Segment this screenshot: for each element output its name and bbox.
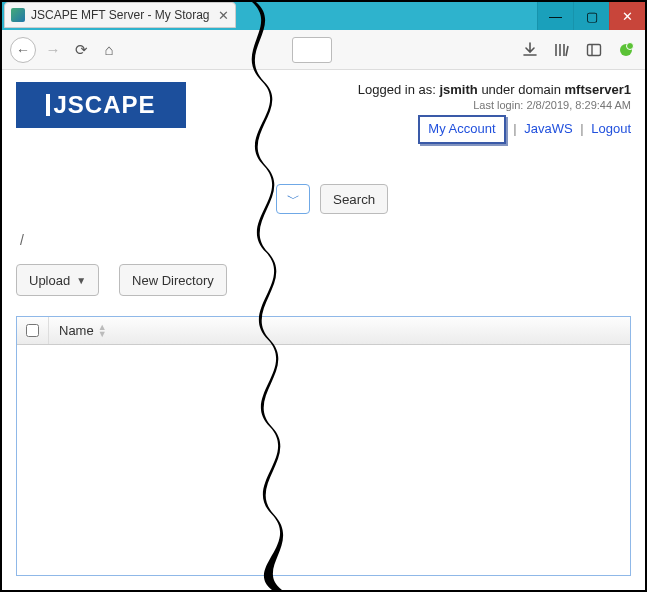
- last-login-line: Last login: 2/8/2019, 8:29:44 AM: [358, 99, 631, 111]
- nav-reload-button[interactable]: ⟳: [70, 39, 92, 61]
- sidebar-icon[interactable]: [583, 39, 605, 61]
- window-minimize-button[interactable]: —: [537, 2, 573, 30]
- logged-in-as-line: Logged in as: jsmith under domain mftser…: [358, 82, 631, 97]
- chevron-down-icon: ﹀: [287, 190, 300, 208]
- svg-rect-0: [588, 44, 601, 55]
- login-info: Logged in as: jsmith under domain mftser…: [358, 82, 631, 144]
- select-all-cell: [17, 317, 49, 344]
- last-login-timestamp: 2/8/2019, 8:29:44 AM: [526, 99, 631, 111]
- downloads-icon[interactable]: [519, 39, 541, 61]
- table-header: Name ▲▼: [17, 317, 630, 345]
- table-body-empty: [17, 345, 630, 575]
- search-row: ﹀ Search: [16, 184, 631, 214]
- window-titlebar: JSCAPE MFT Server - My Storag ✕ — ▢ ✕: [2, 2, 645, 30]
- nav-back-button[interactable]: ←: [10, 37, 36, 63]
- select-all-checkbox[interactable]: [26, 324, 39, 337]
- actions-row: Upload ▼ New Directory: [16, 264, 631, 296]
- new-directory-button[interactable]: New Directory: [119, 264, 227, 296]
- upload-label: Upload: [29, 273, 70, 288]
- column-name[interactable]: Name ▲▼: [49, 323, 107, 338]
- nav-home-button[interactable]: ⌂: [98, 39, 120, 61]
- my-account-link[interactable]: My Account: [428, 121, 495, 136]
- tab-title: JSCAPE MFT Server - My Storag: [31, 8, 212, 22]
- jscape-logo: JSCAPE: [16, 82, 186, 128]
- logout-link[interactable]: Logout: [591, 121, 631, 136]
- page-content: JSCAPE Logged in as: jsmith under domain…: [2, 70, 645, 588]
- browser-tab[interactable]: JSCAPE MFT Server - My Storag ✕: [4, 2, 236, 28]
- breadcrumb: /: [16, 232, 631, 248]
- login-username: jsmith: [439, 82, 477, 97]
- tab-favicon: [11, 8, 25, 22]
- extension-icon[interactable]: [615, 39, 637, 61]
- logo-text: JSCAPE: [53, 91, 155, 119]
- javaws-link[interactable]: JavaWS: [524, 121, 572, 136]
- url-bar[interactable]: [292, 37, 332, 63]
- window-close-button[interactable]: ✕: [609, 2, 645, 30]
- column-name-label: Name: [59, 323, 94, 338]
- upload-button[interactable]: Upload ▼: [16, 264, 99, 296]
- file-table: Name ▲▼: [16, 316, 631, 576]
- browser-toolbar: ← → ⟳ ⌂: [2, 30, 645, 70]
- my-account-highlight: My Account: [418, 115, 505, 144]
- tab-close-icon[interactable]: ✕: [218, 8, 229, 23]
- library-icon[interactable]: [551, 39, 573, 61]
- login-domain: mftserver1: [565, 82, 632, 97]
- window-maximize-button[interactable]: ▢: [573, 2, 609, 30]
- caret-down-icon: ▼: [76, 275, 86, 286]
- account-links: My Account | JavaWS | Logout: [358, 115, 631, 144]
- sort-icon: ▲▼: [98, 324, 107, 338]
- nav-forward-button[interactable]: →: [42, 39, 64, 61]
- search-button[interactable]: Search: [320, 184, 388, 214]
- search-filter-dropdown[interactable]: ﹀: [276, 184, 310, 214]
